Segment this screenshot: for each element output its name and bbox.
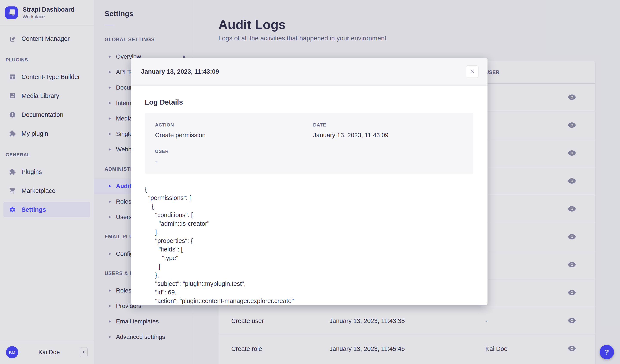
modal-title: January 13, 2023, 11:43:09 (141, 68, 466, 75)
field-label: DATE (313, 122, 467, 128)
field-label: ACTION (155, 122, 313, 128)
log-details-modal: January 13, 2023, 11:43:09 Log Details A… (131, 58, 487, 305)
field-value: January 13, 2023, 11:43:09 (313, 132, 467, 139)
close-icon (470, 69, 475, 74)
field-value: Create permission (155, 132, 313, 139)
strapi-admin-app: Strapi Dashboard Workplace Content Manag… (0, 0, 620, 364)
field-label: USER (155, 149, 313, 154)
log-details-title: Log Details (145, 98, 473, 106)
log-field-action: ACTIONCreate permission (155, 122, 313, 139)
modal-close-button[interactable] (466, 65, 479, 78)
modal-header: January 13, 2023, 11:43:09 (131, 58, 487, 86)
log-field-date: DATEJanuary 13, 2023, 11:43:09 (313, 122, 467, 139)
modal-body: Log Details ACTIONCreate permissionDATEJ… (131, 86, 487, 305)
log-field-user: USER- (155, 149, 313, 165)
field-value: - (155, 158, 313, 165)
log-details-box: ACTIONCreate permissionDATEJanuary 13, 2… (145, 113, 473, 174)
payload-json-block: { "permissions": [ { "conditions": [ "ad… (145, 185, 473, 305)
